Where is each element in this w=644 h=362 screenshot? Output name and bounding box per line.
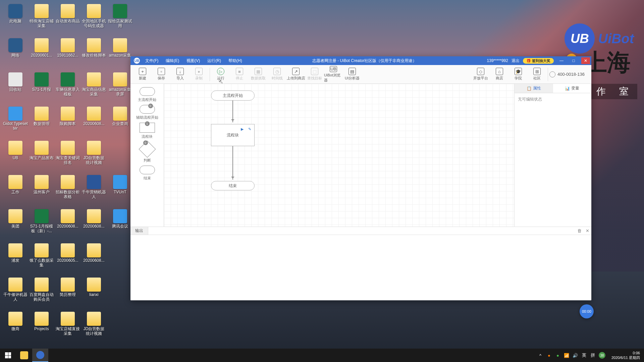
menu-item[interactable]: 帮助(H): [228, 58, 242, 64]
desktop-icon[interactable]: 淘宝产品发布: [29, 139, 54, 173]
desktop-icon[interactable]: lianxi: [81, 276, 107, 310]
toolbar-保存[interactable]: ▫保存: [152, 66, 171, 83]
desktop-icon[interactable]: 修改价格脚本: [81, 37, 107, 70]
toolbar-UI分析器[interactable]: ▤UI分析器: [343, 66, 362, 83]
desktop-icon[interactable]: UB: [3, 139, 28, 173]
toolbar-运行[interactable]: ▷运行: [211, 66, 230, 83]
palette-主流程开始[interactable]: 主流程开始: [138, 87, 156, 102]
ime-input[interactable]: 拼: [590, 353, 595, 358]
desktop-icon[interactable]: S71-1月报: [29, 71, 54, 105]
flow-arrow: [232, 146, 233, 180]
palette-判断[interactable]: 判断0: [141, 142, 153, 163]
toolbar-UiBot浏览器[interactable]: UBUiBot浏览器: [324, 66, 343, 83]
toolbar-商店[interactable]: ⌂商店: [490, 66, 509, 83]
close-output-button[interactable]: ✕: [583, 228, 591, 233]
ime-lang[interactable]: 英: [581, 353, 587, 358]
palette-流程块[interactable]: 流程块1: [140, 123, 155, 139]
file-icon: [8, 278, 22, 292]
desktop-icon[interactable]: 20200608...: [81, 242, 107, 276]
minimize-button[interactable]: —: [557, 57, 566, 64]
toolbar-社区[interactable]: ⊞社区: [528, 66, 546, 83]
desktop-icon[interactable]: 自动发布商品: [55, 3, 80, 36]
flow-block-node[interactable]: ▶ ✎ 流程块: [211, 124, 255, 146]
desktop-icon[interactable]: 温州客户: [29, 174, 54, 207]
start-button[interactable]: [0, 349, 16, 362]
clear-output-button[interactable]: 🗑: [575, 228, 583, 233]
output-tab[interactable]: 输出: [130, 227, 148, 235]
taskbar-explorer[interactable]: [16, 349, 32, 362]
signin-badge[interactable]: 🎁 签到抽大奖: [523, 58, 554, 64]
desktop-icon[interactable]: 网络: [3, 37, 28, 70]
desktop-icon[interactable]: 淘宝商品信息采集: [81, 71, 107, 105]
desktop-icon[interactable]: 招标数据分析表格: [55, 174, 80, 207]
desktop-icon[interactable]: 饿了么数据采集: [29, 242, 54, 276]
desktop-icon[interactable]: 淘宝查关键词排名: [55, 139, 80, 173]
edit-icon[interactable]: ✎: [247, 126, 252, 132]
output-panel: 输出 🗑 ✕: [130, 227, 591, 300]
tab-variables[interactable]: 📊 变量: [553, 84, 592, 93]
maximize-button[interactable]: □: [569, 57, 578, 64]
close-button[interactable]: ✕: [581, 57, 590, 64]
palette-辅助流程开始[interactable]: 辅助流程开始0: [136, 105, 158, 120]
desktop-icon[interactable]: 浦发: [3, 242, 28, 276]
desktop-icon[interactable]: Projects: [29, 310, 54, 344]
desktop-icon[interactable]: amazon采集: [107, 37, 133, 70]
desktop-icon[interactable]: 车辆信息录入模板: [55, 71, 80, 105]
desktop-icon[interactable]: 20200608...: [81, 105, 107, 139]
toolbar-上传到商店[interactable]: ↗上传到商店: [286, 66, 305, 83]
uibot-creator-window: UB 文件(F)编辑(E)视图(V)运行(R)帮助(H) 志愿者网注册 - Ui…: [130, 56, 591, 300]
play-icon[interactable]: ▶: [239, 126, 245, 132]
desktop-icon[interactable]: 20200605...: [55, 242, 80, 276]
toolbar-新建[interactable]: +新建: [133, 66, 152, 83]
desktop-icon[interactable]: 数据管理: [29, 105, 54, 139]
desktop-icon[interactable]: JD自营数据统计视频: [81, 310, 107, 344]
desktop-icon[interactable]: 限购脚本: [55, 105, 80, 139]
desktop-icon[interactable]: 15911662...: [55, 37, 80, 70]
desktop-icon[interactable]: 淘宝店铺直接采集: [55, 310, 80, 344]
clock[interactable]: 0:06 2020/6/11 星期四: [611, 351, 640, 360]
desktop-icon[interactable]: 腾讯会议: [107, 208, 133, 241]
desktop-icon[interactable]: 报给店家测试用: [107, 3, 133, 36]
menu-item[interactable]: 运行(R): [207, 58, 221, 64]
desktop-icon[interactable]: 全国地区手机号码生成器: [81, 3, 107, 36]
flow-start-node[interactable]: 主流程开始: [211, 90, 255, 101]
logout-link[interactable]: 退出: [512, 58, 520, 64]
menu-item[interactable]: 编辑(E): [166, 58, 179, 64]
palette-结束[interactable]: 结束: [140, 166, 155, 181]
desktop-icon[interactable]: JD自营数据统计视频: [81, 139, 107, 173]
toolbar-学院[interactable]: 🎓学院: [509, 66, 528, 83]
network-icon[interactable]: 📶: [564, 353, 569, 358]
flow-canvas[interactable]: 主流程开始 ▶ ✎ 流程块 结束: [164, 84, 514, 227]
desktop-icon[interactable]: TVUnT: [107, 174, 133, 207]
wechat-icon[interactable]: ●: [555, 353, 560, 358]
file-icon: [8, 243, 22, 257]
desktop-icon[interactable]: 千牛营销机器人: [81, 174, 107, 207]
menu-item[interactable]: 文件(F): [145, 58, 158, 64]
desktop-icon[interactable]: 20200601...: [29, 37, 54, 70]
desktop-icon[interactable]: 简历整理: [55, 276, 80, 310]
menu-item[interactable]: 视图(V): [186, 58, 200, 64]
flow-end-node[interactable]: 结束: [211, 181, 255, 190]
desktop-icon[interactable]: S71-1月报模板（新）-...: [29, 208, 54, 241]
desktop-icon[interactable]: 工作: [3, 174, 28, 207]
desktop-icon[interactable]: Gidot Typesetter: [3, 105, 28, 139]
desktop-icon[interactable]: 20200608...: [55, 208, 80, 241]
desktop-icon[interactable]: 千牛催评机器人: [3, 276, 28, 310]
weather-icon[interactable]: 38: [599, 352, 605, 359]
desktop-icon[interactable]: 此电脑: [3, 3, 28, 36]
tray-icon[interactable]: ●: [546, 353, 552, 358]
desktop-icon[interactable]: amazon采集录屏: [107, 71, 133, 105]
desktop-icon[interactable]: 百度网盘自动购买会员: [29, 276, 54, 310]
desktop-icon[interactable]: 美团: [3, 208, 28, 241]
desktop-icon[interactable]: 回收站: [3, 71, 28, 105]
desktop-icon[interactable]: 微商: [3, 310, 28, 344]
tab-properties[interactable]: 📋 属性: [515, 84, 553, 93]
desktop-icon[interactable]: 20200608...: [81, 208, 107, 241]
toolbar-导入[interactable]: ↓导入: [171, 66, 190, 83]
taskbar-uibot[interactable]: [32, 349, 48, 362]
desktop-icon[interactable]: 特殊淘宝店铺采集: [29, 3, 54, 36]
desktop-icon[interactable]: 企业查询: [107, 105, 133, 139]
toolbar-开放平台[interactable]: ◇开放平台: [471, 66, 490, 83]
chevron-up-icon[interactable]: ^: [538, 353, 543, 358]
volume-icon[interactable]: 🔊: [573, 353, 578, 358]
